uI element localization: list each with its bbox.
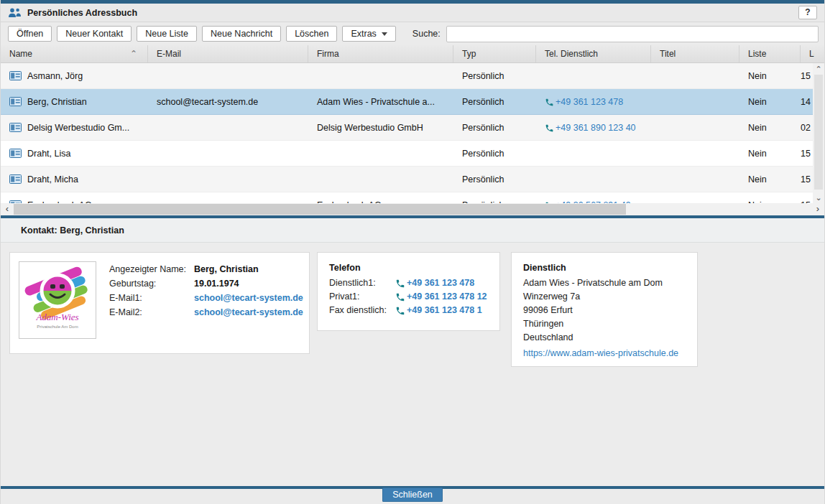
toolbar-button-l-schen[interactable]: Löschen	[286, 26, 337, 42]
contact-card-icon	[9, 71, 22, 80]
sort-ascending-icon: ⌃	[130, 49, 137, 59]
website-link[interactable]: https://www.adam-wies-privatschule.de	[523, 348, 697, 358]
phone-number-link[interactable]: +49 361 123 478	[556, 97, 623, 107]
column-label: Titel	[660, 49, 676, 59]
help-button[interactable]: ?	[798, 6, 817, 19]
chevron-down-icon	[382, 32, 387, 36]
address-line: Thüringen	[523, 319, 697, 329]
phone-number-link[interactable]: +49 361 123 478 12	[407, 291, 487, 302]
column-header-liste[interactable]: Liste	[739, 45, 801, 62]
column-header-titel[interactable]: Titel	[651, 45, 739, 62]
column-label: Le	[809, 49, 814, 59]
column-header-typ[interactable]: Typ	[453, 45, 536, 62]
contact-detail-panel: Adam-Wies Privatschule Am Dom Angezeigte…	[1, 243, 824, 486]
column-label: Name	[9, 49, 32, 59]
column-header-e-mail[interactable]: E-Mail	[148, 45, 308, 62]
cell-typ: Persönlich	[453, 174, 536, 185]
cell-liste: Nein	[739, 97, 801, 107]
profile-field: E-Mail2:school@tecart-system.de	[109, 307, 303, 317]
field-label: Fax dienstlich:	[329, 305, 395, 315]
profile-field: E-Mail1:school@tecart-system.de	[109, 293, 303, 303]
contact-detail-title: Kontakt: Berg, Christian	[21, 225, 124, 235]
column-header-name[interactable]: Name⌃	[1, 45, 148, 62]
phone-icon	[395, 306, 405, 316]
address-line: 99096 Erfurt	[523, 305, 697, 315]
profile-card: Adam-Wies Privatschule Am Dom Angezeigte…	[9, 252, 310, 354]
field-label: Dienstlich1:	[329, 278, 395, 288]
table-body: Asmann, JörgPersönlichNein15Berg, Christ…	[1, 63, 824, 203]
contact-card-icon	[9, 174, 22, 184]
telefon-card: Telefon Dienstlich1:+49 361 123 478Priva…	[317, 252, 500, 331]
cell-typ: Persönlich	[453, 71, 536, 81]
email-link[interactable]: school@tecart-system.de	[194, 307, 303, 317]
contacts-table: Name⌃E-MailFirmaTypTel. DienstlichTitelL…	[1, 45, 824, 215]
table-header-row: Name⌃E-MailFirmaTypTel. DienstlichTitelL…	[1, 45, 824, 63]
scroll-left-icon[interactable]: ‹	[1, 203, 13, 215]
vertical-scrollbar-thumb[interactable]	[814, 75, 823, 190]
contact-detail-header: Kontakt: Berg, Christian	[1, 218, 824, 243]
cell-typ: Persönlich	[453, 123, 536, 133]
cell-firma: Adam Wies - Privatschule a...	[308, 97, 453, 107]
dienstlich-card-title: Dienstlich	[523, 263, 697, 273]
field-value: 19.01.1974	[194, 279, 239, 289]
cell-typ: Persönlich	[453, 97, 536, 107]
svg-text:Adam-Wies: Adam-Wies	[35, 312, 78, 322]
title-bar: Persönliches Adressbuch ?	[1, 4, 824, 22]
column-header-firma[interactable]: Firma	[308, 45, 453, 62]
contact-card-icon	[9, 123, 22, 132]
telefon-field: Fax dienstlich:+49 361 123 478 1	[329, 305, 499, 315]
cell-liste: Nein	[739, 123, 801, 133]
table-row[interactable]: Delsig Werbestudio Gm...Delsig Werbestud…	[1, 115, 824, 141]
phone-icon	[395, 279, 405, 289]
field-label: Angezeigter Name:	[109, 264, 194, 274]
address-line: Adam Wies - Privatschule am Dom	[523, 278, 697, 288]
extras-button[interactable]: Extras	[342, 26, 395, 42]
page-title: Persönliches Adressbuch	[27, 8, 137, 18]
column-label: E-Mail	[157, 49, 181, 59]
scroll-right-icon[interactable]: ›	[812, 203, 824, 215]
address-line: Winzerweg 7a	[523, 291, 697, 302]
column-header-tel-dienstlich[interactable]: Tel. Dienstlich	[536, 45, 651, 62]
phone-number-link[interactable]: +49 361 123 478 1	[407, 305, 482, 315]
address-book-window: Persönliches Adressbuch ? ÖffnenNeuer Ko…	[0, 0, 825, 504]
field-label: E-Mail1:	[109, 293, 194, 303]
table-row[interactable]: Draht, LisaPersönlichNein15	[1, 141, 824, 167]
toolbar: ÖffnenNeuer KontaktNeue ListeNeue Nachri…	[1, 22, 824, 45]
cell-typ: Persönlich	[453, 149, 536, 159]
scroll-up-icon[interactable]: ⌃	[813, 63, 824, 75]
table-row[interactable]: Berg, Christianschool@tecart-system.deAd…	[1, 89, 824, 115]
cell-name: Asmann, Jörg	[1, 71, 148, 81]
table-row[interactable]: Draht, MichaPersönlichNein15	[1, 167, 824, 192]
users-icon	[8, 8, 22, 18]
cell-name: Delsig Werbestudio Gm...	[1, 123, 148, 133]
cell-tel-dienstlich: +49 361 890 123 40	[536, 123, 651, 133]
contact-card-icon	[9, 149, 22, 158]
phone-number-link[interactable]: +49 361 890 123 40	[556, 123, 636, 133]
table-row[interactable]: Asmann, JörgPersönlichNein15	[1, 63, 824, 89]
telefon-card-title: Telefon	[329, 263, 499, 273]
vertical-scrollbar[interactable]: ⌃ ⌄	[813, 63, 824, 203]
toolbar-button-neuer-kontakt[interactable]: Neuer Kontakt	[57, 26, 132, 42]
phone-number-link[interactable]: +49 361 123 478	[407, 278, 474, 288]
toolbar-button--ffnen[interactable]: Öffnen	[8, 26, 52, 42]
table-row[interactable]: Eschenbach AGEschenbach AGPersönlich+49 …	[1, 192, 824, 203]
profile-field: Angezeigter Name:Berg, Christian	[109, 264, 303, 274]
horizontal-scrollbar-thumb[interactable]	[14, 204, 626, 215]
field-label: Privat1:	[329, 291, 395, 302]
column-label: Firma	[317, 49, 339, 59]
toolbar-button-neue-liste[interactable]: Neue Liste	[137, 26, 197, 42]
phone-icon	[545, 98, 554, 107]
telefon-field: Dienstlich1:+49 361 123 478	[329, 278, 499, 288]
cell-name: Draht, Lisa	[1, 149, 148, 159]
email-link[interactable]: school@tecart-system.de	[194, 293, 303, 303]
close-button[interactable]: Schließen	[382, 487, 443, 502]
dienstlich-card: Dienstlich Adam Wies - Privatschule am D…	[511, 252, 698, 367]
toolbar-button-neue-nachricht[interactable]: Neue Nachricht	[202, 26, 281, 42]
scroll-down-icon[interactable]: ⌄	[813, 192, 824, 203]
search-input[interactable]	[446, 26, 819, 42]
search-label: Suche:	[412, 29, 441, 39]
column-header-le[interactable]: Le	[801, 45, 814, 62]
cell-liste: Nein	[739, 71, 801, 81]
horizontal-scrollbar[interactable]: ‹ ›	[1, 203, 824, 215]
cell-liste: Nein	[739, 149, 801, 159]
